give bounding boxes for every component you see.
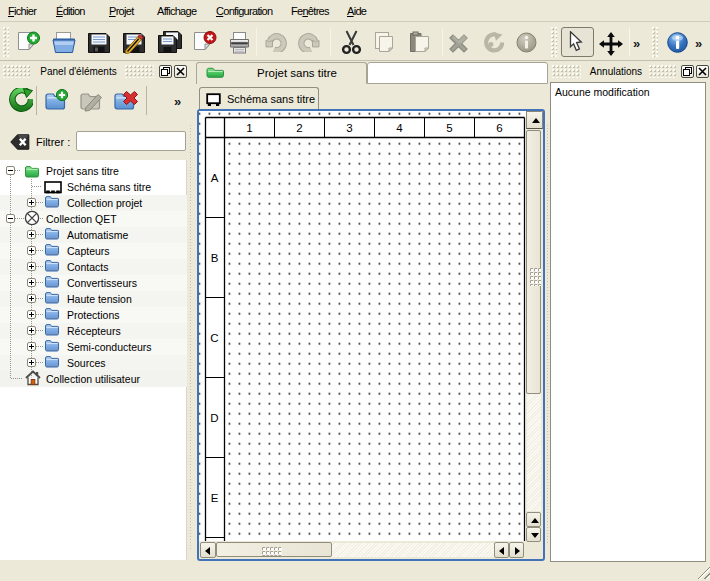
svg-text:E: E — [211, 492, 219, 504]
svg-text:A: A — [211, 172, 219, 184]
svg-text:2: 2 — [296, 122, 302, 134]
svg-text:B: B — [211, 252, 219, 264]
svg-text:5: 5 — [446, 122, 452, 134]
svg-text:C: C — [210, 332, 218, 344]
svg-text:6: 6 — [496, 122, 502, 134]
svg-text:4: 4 — [396, 122, 403, 134]
svg-text:D: D — [210, 412, 218, 424]
svg-text:1: 1 — [246, 122, 252, 134]
svg-text:3: 3 — [346, 122, 352, 134]
